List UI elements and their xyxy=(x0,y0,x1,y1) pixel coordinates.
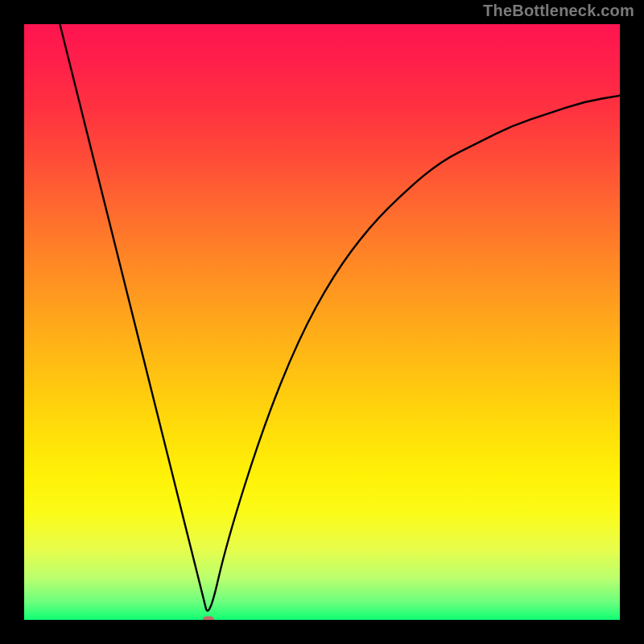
optimal-point-marker xyxy=(203,617,214,621)
plot-area xyxy=(24,24,620,620)
watermark-text: TheBottleneck.com xyxy=(483,2,634,20)
chart-frame: TheBottleneck.com xyxy=(0,0,644,644)
bottleneck-curve xyxy=(24,24,620,620)
